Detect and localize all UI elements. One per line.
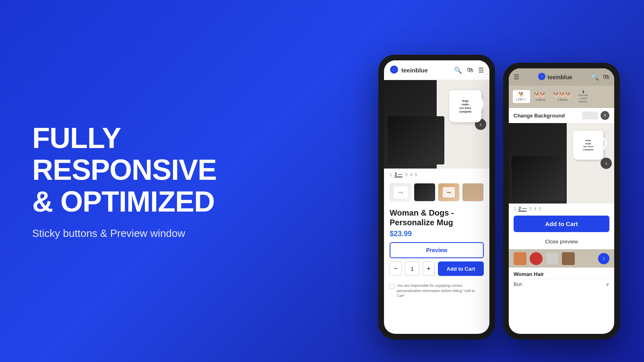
menu-icon[interactable]: ☰ <box>478 66 484 74</box>
product-title-line1: Woman & Dogs - <box>390 208 454 217</box>
p2-dot-2-active: 2 — <box>518 206 526 212</box>
bun-label: Bun <box>514 282 522 287</box>
phone2-header: ☰ teeinblue 🔍 🛍 <box>509 68 614 86</box>
phone1-brand: teeinblue <box>390 65 428 75</box>
phone1-product-title: Woman & Dogs - Personalize Mug <box>390 208 484 227</box>
phone1-header: teeinblue 🔍 🛍 ☰ <box>384 60 489 80</box>
pet-1-icon: 🐕 <box>518 92 524 97</box>
phone2-dark-clothing <box>512 156 564 200</box>
qty-decrease-btn[interactable]: − <box>390 261 402 276</box>
bag-icon[interactable]: 🛍 <box>467 66 473 74</box>
phone2-add-to-cart-btn[interactable]: Add to Cart <box>514 216 609 232</box>
phone2-bag-icon[interactable]: 🛍 <box>603 73 609 81</box>
phone1-product-info: Woman & Dogs - Personalize Mug $23.99 Pr… <box>384 204 489 280</box>
teeinblue-logo-icon-2 <box>538 72 546 82</box>
heading-line1: FULLY RESPONSIVE <box>32 122 217 186</box>
phone2-brand: teeinblue <box>538 72 572 82</box>
phone2-carousel: dogsmakeour livescomplete › ‹ <box>509 123 614 204</box>
phone2-search-icon[interactable]: 🔍 <box>591 73 599 81</box>
phone1-price: $23.99 <box>390 230 484 238</box>
change-bg-label: Change Background <box>514 113 565 119</box>
thumb-1[interactable]: mug <box>390 183 411 202</box>
dot-3: 3 <box>405 172 407 177</box>
swatch-gray-light[interactable] <box>546 252 559 265</box>
disclaimer-checkbox[interactable] <box>390 284 394 289</box>
phone2-dots: 1 2 — 3 4 5 <box>509 204 614 214</box>
pet-3-label: 3 PETS <box>558 99 568 101</box>
hamburger-icon[interactable]: ☰ <box>514 73 519 81</box>
dark-clothing <box>388 116 444 165</box>
phone2-close-preview-btn[interactable]: Close preview <box>514 235 609 248</box>
disclaimer-section: You are responsible for supplying correc… <box>384 280 489 302</box>
dot-1: 1 <box>390 172 392 177</box>
swatch-brown[interactable] <box>562 252 575 265</box>
phone2-mug-handle <box>599 137 606 150</box>
disclaimer-text: You are responsible for supplying correc… <box>397 283 484 298</box>
woman-hair-section: Woman Hair Bun ∨ <box>509 267 614 293</box>
phone2-mug-text: dogsmakeour livescomplete <box>582 138 594 152</box>
p2-dot-3: 3 <box>529 206 531 211</box>
phone1-header-icons: 🔍 🛍 ☰ <box>454 66 484 74</box>
phone1-thumbnails: mug mug <box>384 181 489 204</box>
phone1-carousel: dogsmakeour livescomplete › ‹ <box>384 80 489 169</box>
bun-row: Bun ∨ <box>514 279 609 290</box>
pet-option-1[interactable]: 🐕 1 PET ✓ <box>513 90 530 103</box>
phone2-brand-name: teeinblue <box>547 74 572 80</box>
pet-3-icon: 🐕🐕🐕 <box>553 92 572 98</box>
main-heading: FULLY RESPONSIVE & OPTIMIZED <box>32 122 233 218</box>
thumb-2[interactable] <box>414 183 436 202</box>
mug-handle <box>475 97 483 111</box>
phones-container: teeinblue 🔍 🛍 ☰ dogsmakeour livescomplet… <box>378 55 620 339</box>
phone-1: teeinblue 🔍 🛍 ☰ dogsmakeour livescomplet… <box>378 55 495 339</box>
preview-button[interactable]: Preview <box>390 242 484 258</box>
chevron-down-icon[interactable]: ∨ <box>606 282 609 287</box>
dot-5: 5 <box>415 172 417 177</box>
thumb-3[interactable]: mug <box>438 183 460 202</box>
p2-dot-4: 4 <box>534 206 536 211</box>
phone-2-screen: ☰ teeinblue 🔍 🛍 <box>509 68 614 334</box>
pet-selector: 🐕 1 PET ✓ 🐕🐕 2 PETS 🐕🐕🐕 3 PETS ⬆ UPLOADY… <box>509 86 614 108</box>
phone-2: ☰ teeinblue 🔍 🛍 <box>503 63 620 339</box>
phone1-brand-name: teeinblue <box>401 67 428 74</box>
pet-option-2[interactable]: 🐕🐕 2 PETS <box>531 90 549 103</box>
heading-line2: & OPTIMIZED <box>32 185 215 218</box>
phone-1-screen: teeinblue 🔍 🛍 ☰ dogsmakeour livescomplet… <box>384 60 489 334</box>
mug-text: dogsmakeour livescomplete <box>458 98 473 114</box>
woman-hair-label: Woman Hair <box>514 271 609 277</box>
teeinblue-logo-icon <box>390 65 399 75</box>
dot-2-active: 2 — <box>394 172 402 177</box>
dot-4: 4 <box>410 172 412 177</box>
upload-photo-option[interactable]: ⬆ UPLOADYOURPHOTO <box>576 88 590 105</box>
p2-dot-1: 1 <box>514 206 516 211</box>
bg-preview <box>582 111 598 119</box>
upload-icon: ⬆ <box>582 90 585 94</box>
svg-point-1 <box>393 68 395 71</box>
search-icon[interactable]: 🔍 <box>454 66 462 74</box>
pet-option-3[interactable]: 🐕🐕🐕 3 PETS <box>550 90 575 103</box>
swatch-red[interactable] <box>530 252 543 265</box>
phone2-header-icons: 🔍 🛍 <box>591 73 609 81</box>
upload-label: UPLOADYOURPHOTO <box>578 94 588 103</box>
bg-controls: × <box>579 111 609 120</box>
phone2-mug: dogsmakeour livescomplete <box>570 129 606 161</box>
pet-2-label: 2 PETS <box>535 99 545 101</box>
product-title-line2: Personalize Mug <box>390 218 453 227</box>
subheading: Sticky buttons & Preview window <box>32 227 233 240</box>
thumb-4[interactable] <box>462 183 484 202</box>
add-to-cart-button[interactable]: Add to Cart <box>438 261 484 276</box>
pet-1-label: 1 PET ✓ <box>516 98 527 101</box>
svg-point-3 <box>541 75 543 77</box>
swatch-orange[interactable] <box>514 252 526 265</box>
close-bg-btn[interactable]: × <box>601 111 609 120</box>
p2-dot-5: 5 <box>539 206 541 211</box>
qty-increase-btn[interactable]: + <box>423 261 435 276</box>
cart-row: − + Add to Cart <box>390 261 484 276</box>
pet-2-icon: 🐕🐕 <box>534 92 546 98</box>
swatches-row: ↑ <box>509 249 614 267</box>
mug-image: dogsmakeour livescomplete <box>445 88 483 122</box>
qty-input[interactable] <box>405 261 419 276</box>
hero-text-section: FULLY RESPONSIVE & OPTIMIZED Sticky butt… <box>0 98 266 264</box>
scroll-up-btn[interactable]: ↑ <box>598 253 609 264</box>
change-background-bar: Change Background × <box>509 108 614 123</box>
phone1-dots: 1 2 — 3 4 5 <box>384 169 489 181</box>
